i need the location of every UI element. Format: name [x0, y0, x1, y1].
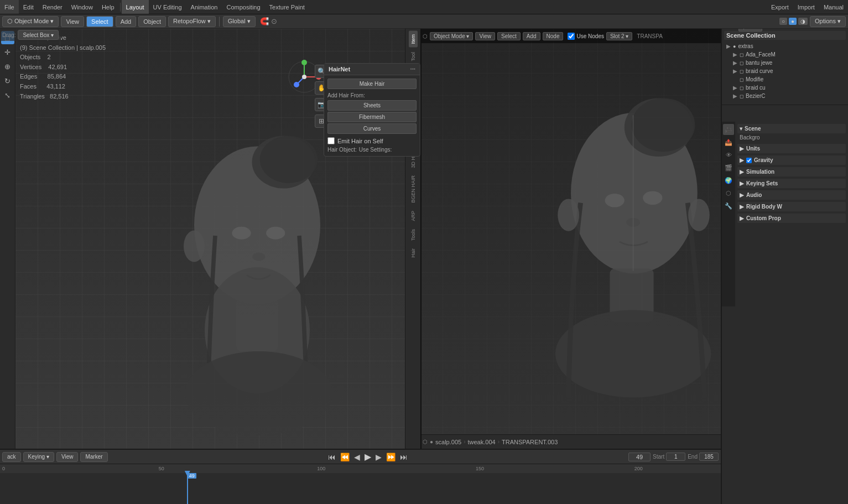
props-modifier-icon[interactable]: 🔧 [723, 200, 734, 211]
props-gravity-section: ▶ Gravity [737, 155, 846, 165]
rotate-tool-icon[interactable]: ↻ [1, 74, 14, 87]
scene-section-header[interactable]: ▾ Scene [737, 124, 846, 133]
menu-animation[interactable]: Animation [186, 0, 222, 14]
tab-arp[interactable]: ARP [409, 207, 418, 225]
scale-tool-icon[interactable]: ⤡ [1, 89, 14, 102]
gravity-chevron: ▶ [740, 157, 744, 163]
skip-end-btn[interactable]: ⏭ [398, 453, 409, 461]
tab-bgen-hair[interactable]: BGEN HAIR [409, 172, 418, 206]
tree-modified[interactable]: ◻ Modifie [737, 75, 846, 84]
tab-item[interactable]: Item [409, 31, 418, 48]
rigid-section-header[interactable]: ▶ Rigid Body W [737, 202, 846, 211]
select-box-btn[interactable]: Select Box ▾ [18, 30, 59, 40]
menu-uv[interactable]: UV Editing [149, 0, 186, 14]
left-tool-strip: ◻ ✛ ⊕ ↻ ⤡ [0, 29, 15, 449]
audio-section-header[interactable]: ▶ Audio [737, 190, 846, 200]
curves-btn[interactable]: Curves [327, 123, 417, 134]
units-section-header[interactable]: ▶ Units [737, 144, 846, 153]
hairnet-more-btn[interactable]: ••• [410, 66, 415, 72]
menu-help[interactable]: Help [97, 0, 119, 14]
back-btn[interactable]: ack [2, 452, 21, 462]
menu-edit[interactable]: Edit [19, 0, 38, 14]
right-object-mode-btn[interactable]: Object Mode ▾ [430, 32, 473, 40]
move-tool-icon[interactable]: ⊕ [1, 60, 14, 73]
gravity-checkbox[interactable] [746, 158, 752, 163]
background-label: Backgro [740, 134, 760, 141]
keying-btn[interactable]: Keying ▾ [23, 452, 54, 462]
breadcrumb-scalp[interactable]: scalp.005 [435, 439, 461, 445]
svg-point-4 [232, 227, 251, 240]
menu-manual[interactable]: Manual [819, 0, 848, 14]
tab-tool[interactable]: Tool [409, 49, 418, 65]
tree-braid1[interactable]: ▶ ◻ braid curve [731, 67, 846, 75]
prev-frame-btn[interactable]: ⏪ [339, 453, 351, 461]
props-scene-icon[interactable]: 🎬 [723, 162, 734, 173]
tl-view-btn[interactable]: View [56, 452, 79, 462]
simulation-section-header[interactable]: ▶ Simulation [737, 167, 846, 176]
play-btn[interactable]: ▶ [363, 451, 373, 462]
menu-texture-paint[interactable]: Texture Paint [265, 0, 309, 14]
menu-file[interactable]: File [0, 0, 19, 14]
props-view-icon[interactable]: 👁 [723, 149, 734, 160]
tree-extras[interactable]: ▶ ● extras [724, 42, 846, 50]
right-view-btn[interactable]: View [475, 32, 495, 40]
material-btn[interactable]: ◑ [798, 18, 808, 25]
menu-compositing[interactable]: Compositing [222, 0, 264, 14]
frame-indicator[interactable]: 49 [628, 453, 651, 461]
custom-section-header[interactable]: ▶ Custom Prop [737, 214, 846, 223]
make-hair-btn[interactable]: Make Hair [327, 79, 417, 89]
right-node-btn[interactable]: Node [543, 32, 564, 40]
right-add-btn[interactable]: Add [523, 32, 540, 40]
timeline-area[interactable]: 0 50 100 150 200 49 [0, 464, 721, 504]
props-world-icon[interactable]: 🌍 [723, 175, 734, 186]
tab-hair[interactable]: Hair [409, 245, 418, 261]
right-3d-viewport[interactable]: ⬡ Object Mode ▾ View Select Add Node Use… [420, 29, 721, 449]
retopo-btn[interactable]: RetopoFlow ▾ [168, 16, 216, 27]
tree-bantu[interactable]: ▶ ◻ bantu jewe [731, 59, 846, 67]
menu-window[interactable]: Window [67, 0, 97, 14]
fibermesh-btn[interactable]: Fibermesh [327, 112, 417, 122]
tree-braid2[interactable]: ▶ ◻ braid cu [731, 84, 846, 92]
add-btn[interactable]: Add [116, 16, 137, 27]
menu-import[interactable]: Import [793, 0, 819, 14]
props-output-icon[interactable]: 📤 [723, 137, 734, 148]
start-val[interactable]: 1 [666, 453, 685, 461]
sheets-btn[interactable]: Sheets [327, 100, 417, 111]
step-back-btn[interactable]: ◀ [352, 453, 362, 461]
menu-export[interactable]: Export [767, 0, 793, 14]
breadcrumb-material[interactable]: TRANSPARENT.003 [502, 439, 558, 445]
slot-btn[interactable]: Slot 2 ▾ [606, 32, 632, 40]
object-mode-btn[interactable]: ⬡ Object Mode ▾ [2, 16, 59, 27]
skip-start-btn[interactable]: ⏮ [326, 453, 337, 461]
tab-tools[interactable]: Tools [409, 226, 418, 244]
tree-ada[interactable]: ▶ ◻ Ada_FaceM [731, 50, 846, 59]
props-object-icon[interactable]: ⬡ [723, 188, 734, 199]
menu-layout[interactable]: Layout [122, 0, 149, 14]
left-3d-viewport[interactable]: User Perspective (9) Scene Collection | … [15, 29, 436, 449]
right-select-btn[interactable]: Select [497, 32, 521, 40]
menu-render[interactable]: Render [38, 0, 67, 14]
global-btn[interactable]: Global ▾ [223, 16, 256, 27]
wireframe-btn[interactable]: ○ [779, 18, 787, 25]
view-btn[interactable]: View [61, 16, 84, 27]
hairnet-panel: HairNet ••• Make Hair Add Hair From: She… [324, 63, 420, 157]
select-btn-left[interactable]: Select [86, 16, 113, 27]
next-frame-btn[interactable]: ⏩ [384, 453, 397, 461]
cursor-tool-icon[interactable]: ✛ [1, 45, 14, 59]
end-val[interactable]: 185 [699, 453, 719, 461]
tree-bezier[interactable]: ▶ ◻ BezierC [731, 92, 846, 100]
object-btn[interactable]: Object [138, 16, 166, 27]
gravity-section-header[interactable]: ▶ Gravity [737, 155, 846, 165]
props-render-icon[interactable]: 🎥 [723, 124, 734, 135]
props-rigid-section: ▶ Rigid Body W [737, 202, 846, 211]
options-btn[interactable]: Options ▾ [810, 16, 846, 27]
step-forward-btn[interactable]: ▶ [374, 453, 383, 461]
scene-tree-header[interactable]: Scene Collection [724, 31, 846, 40]
breadcrumb-tweak[interactable]: tweak.004 [467, 439, 495, 445]
use-nodes-checkbox[interactable] [568, 33, 575, 40]
keying-section-header[interactable]: ▶ Keying Sets [737, 179, 846, 188]
marker-btn[interactable]: Marker [80, 452, 107, 462]
hair-object-label: Hair Object: [327, 147, 357, 153]
emit-hair-checkbox[interactable] [327, 137, 335, 144]
solid-btn[interactable]: ● [789, 18, 797, 25]
